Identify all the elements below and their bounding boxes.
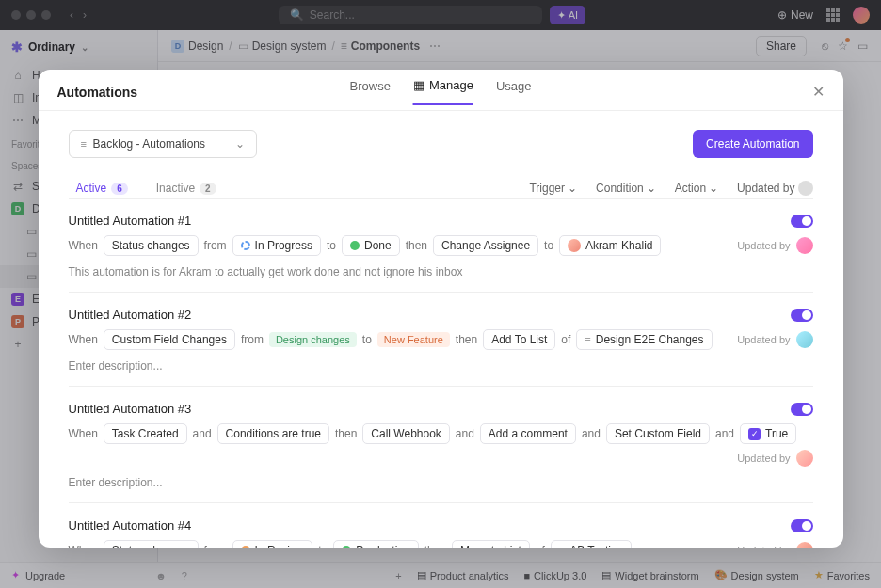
action-chip[interactable]: Add a comment bbox=[480, 423, 576, 444]
action-chip[interactable]: Set Custom Field bbox=[606, 423, 710, 444]
action-chip[interactable]: Move to List bbox=[452, 540, 530, 548]
avatar-icon bbox=[798, 181, 813, 196]
checkbox-icon: ✓ bbox=[748, 428, 761, 440]
list-chip[interactable]: ≡Design E2E Changes bbox=[576, 329, 712, 350]
avatar-icon bbox=[796, 237, 813, 254]
status-chip[interactable]: In Review bbox=[232, 540, 313, 548]
scope-dropdown[interactable]: ≡ Backlog - Automations ⌄ bbox=[69, 130, 257, 158]
toggle[interactable] bbox=[791, 519, 813, 532]
action-chip[interactable]: Call Webhook bbox=[362, 423, 449, 444]
tab-manage[interactable]: ▦Manage bbox=[413, 78, 473, 105]
automation-row[interactable]: Untitled Automation #4 When Status chang… bbox=[69, 502, 813, 548]
tab-usage[interactable]: Usage bbox=[496, 78, 532, 105]
modal-overlay: Automations Browse ▦Manage Usage ✕ ≡ Bac… bbox=[0, 0, 881, 588]
status-chip[interactable]: In Progress bbox=[232, 235, 321, 256]
automations-modal: Automations Browse ▦Manage Usage ✕ ≡ Bac… bbox=[39, 70, 843, 548]
condition-chip[interactable]: Conditions are true bbox=[217, 423, 329, 444]
automation-title: Untitled Automation #2 bbox=[69, 308, 192, 322]
chevron-down-icon: ⌄ bbox=[568, 182, 577, 195]
status-icon bbox=[241, 241, 250, 250]
status-chip[interactable]: Done bbox=[342, 235, 400, 256]
filter-updated-by[interactable]: Updated by bbox=[737, 181, 812, 196]
chevron-down-icon: ⌄ bbox=[235, 137, 245, 151]
trigger-chip[interactable]: Custom Field Changes bbox=[104, 329, 235, 350]
create-automation-button[interactable]: Create Automation bbox=[693, 130, 812, 158]
trigger-chip[interactable]: Task Created bbox=[104, 423, 187, 444]
filter-action[interactable]: Action⌄ bbox=[675, 181, 718, 196]
automation-row[interactable]: Untitled Automation #1 When Status chang… bbox=[69, 198, 813, 292]
tag-chip[interactable]: Design changes bbox=[269, 332, 357, 347]
trigger-chip[interactable]: Status changes bbox=[104, 235, 199, 256]
assignee-chip[interactable]: Akram Khalid bbox=[559, 235, 661, 256]
automation-title: Untitled Automation #1 bbox=[69, 214, 192, 228]
trigger-chip[interactable]: Status changes bbox=[104, 540, 199, 548]
status-chip[interactable]: Production bbox=[333, 540, 418, 548]
filter-condition[interactable]: Condition⌄ bbox=[596, 181, 656, 196]
automation-description[interactable]: This automation is for Akram to actually… bbox=[69, 265, 813, 278]
filter-active[interactable]: Active6 bbox=[69, 179, 136, 198]
automation-row[interactable]: Untitled Automation #2 When Custom Field… bbox=[69, 292, 813, 386]
close-icon[interactable]: ✕ bbox=[812, 83, 825, 101]
toggle[interactable] bbox=[791, 215, 813, 228]
toggle[interactable] bbox=[791, 403, 813, 416]
status-icon bbox=[241, 546, 250, 548]
list-chip[interactable]: ≡AB Testing bbox=[551, 540, 633, 548]
automation-row[interactable]: Untitled Automation #3 When Task Created… bbox=[69, 386, 813, 502]
value-chip[interactable]: ✓True bbox=[740, 423, 796, 444]
chevron-down-icon: ⌄ bbox=[647, 182, 656, 195]
avatar-icon bbox=[796, 331, 813, 348]
action-chip[interactable]: Add To List bbox=[483, 329, 555, 350]
automation-description[interactable]: Enter description... bbox=[69, 359, 813, 373]
filter-trigger[interactable]: Trigger⌄ bbox=[529, 181, 577, 196]
filter-inactive[interactable]: Inactive2 bbox=[149, 179, 224, 198]
status-icon bbox=[342, 546, 351, 548]
list-icon: ≡ bbox=[81, 138, 87, 150]
status-icon bbox=[350, 241, 360, 250]
tab-browse[interactable]: Browse bbox=[350, 78, 391, 105]
list-icon: ≡ bbox=[559, 545, 565, 548]
toggle[interactable] bbox=[791, 309, 813, 322]
action-chip[interactable]: Change Assignee bbox=[433, 235, 538, 256]
avatar-icon bbox=[568, 239, 581, 252]
automation-description[interactable]: Enter description... bbox=[69, 476, 813, 489]
tag-chip[interactable]: New Feature bbox=[377, 332, 450, 347]
modal-title: Automations bbox=[57, 85, 138, 100]
avatar-icon bbox=[796, 542, 813, 548]
manage-icon: ▦ bbox=[413, 78, 424, 92]
automation-title: Untitled Automation #3 bbox=[69, 402, 192, 416]
automation-title: Untitled Automation #4 bbox=[69, 518, 192, 532]
list-icon: ≡ bbox=[585, 334, 590, 345]
chevron-down-icon: ⌄ bbox=[709, 182, 718, 195]
avatar-icon bbox=[796, 450, 813, 467]
